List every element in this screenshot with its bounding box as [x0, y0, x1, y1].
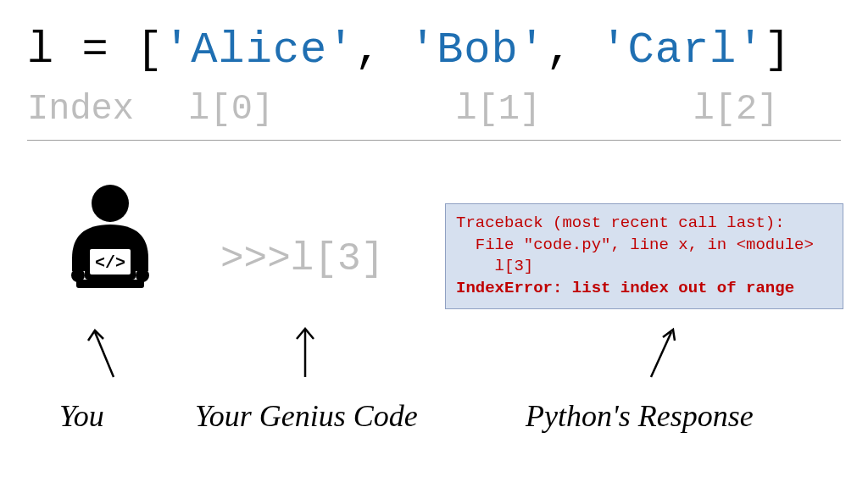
arrow-genius-icon	[280, 322, 331, 381]
index-line: Index l[0] l[1] l[2]	[27, 89, 841, 130]
comma-1: ,	[355, 25, 409, 75]
label-you: You	[59, 398, 104, 434]
index-0: l[0]	[188, 89, 434, 130]
index-1: l[1]	[455, 89, 671, 130]
traceback-box: Traceback (most recent call last): File …	[445, 203, 843, 309]
arrow-response-icon	[636, 322, 687, 381]
svg-rect-4	[76, 280, 144, 288]
bracket-open: [	[136, 25, 164, 75]
svg-point-6	[136, 269, 149, 282]
traceback-line-1: Traceback (most recent call last):	[456, 214, 785, 232]
traceback-line-3: l[3]	[456, 257, 533, 275]
string-literal-carl: 'Carl'	[600, 25, 764, 75]
middle-row: </> >>>l[3] Traceback (most recent call …	[0, 169, 868, 339]
index-2: l[2]	[693, 89, 779, 130]
index-label: Index	[27, 89, 167, 130]
arrow-you-icon	[78, 322, 129, 381]
comma-2: ,	[546, 25, 600, 75]
svg-point-5	[71, 269, 85, 282]
divider	[27, 140, 841, 141]
traceback-error-line: IndexError: list index out of range	[456, 279, 794, 297]
traceback-line-2: File "code.py", line x, in <module>	[456, 236, 814, 254]
code-declaration: l = ['Alice', 'Bob', 'Carl']	[27, 25, 792, 75]
arrows-row	[0, 322, 868, 390]
bracket-close: ]	[765, 25, 792, 75]
equals-sign: =	[54, 25, 136, 75]
svg-line-9	[651, 332, 671, 377]
label-response: Python's Response	[526, 398, 754, 434]
genius-code-input: >>>l[3]	[220, 237, 384, 281]
string-literal-bob: 'Bob'	[409, 25, 546, 75]
string-literal-alice: 'Alice'	[164, 25, 354, 75]
variable-name: l	[27, 25, 54, 75]
svg-text:</>: </>	[95, 253, 125, 273]
developer-icon: </>	[51, 178, 170, 297]
svg-line-7	[95, 332, 114, 377]
svg-point-0	[92, 185, 129, 222]
label-genius: Your Genius Code	[195, 398, 418, 434]
